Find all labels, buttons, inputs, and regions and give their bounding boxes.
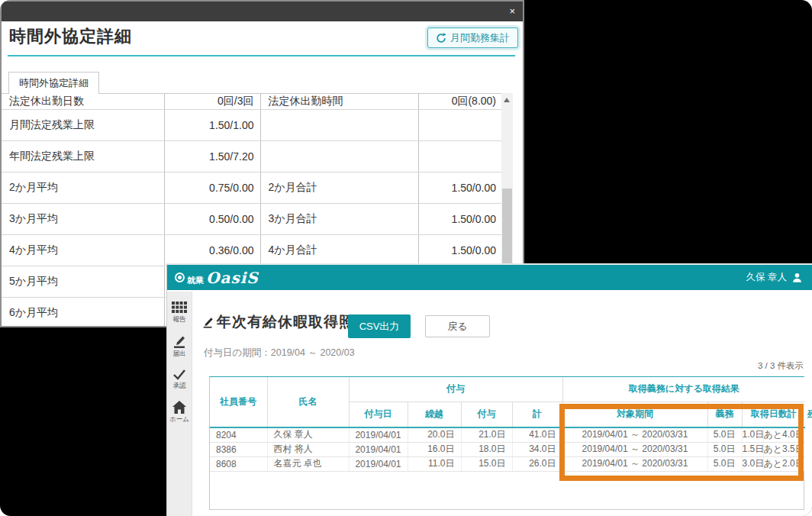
page-title: 年次有給休暇取得照会 xyxy=(217,312,369,332)
table-row[interactable]: 8608 名嘉元 卓也 2019/04/01 11.0日 15.0日 26.0日… xyxy=(210,456,805,471)
metric-value: 0回/3回 xyxy=(164,94,260,109)
remaining-cell: あと3.5日 xyxy=(763,442,805,456)
total-cell: 41.0日 xyxy=(512,427,562,442)
metric-label: 法定休出勤日数 xyxy=(2,94,164,109)
metric-label: 3か月平均 xyxy=(2,203,164,234)
metric-value: 1.50/0.00 xyxy=(418,234,502,266)
pencil-icon xyxy=(172,334,186,348)
remaining-cell: あと4.0日 xyxy=(763,427,805,442)
col-group-grant: 付与 xyxy=(349,377,562,402)
carryover-cell: 11.0日 xyxy=(408,456,461,471)
taken-cell: 1.0日 xyxy=(742,427,763,442)
metric-label: 4か月平均 xyxy=(2,234,164,266)
check-icon xyxy=(172,369,186,380)
metric-value: 0.36/0.00 xyxy=(164,234,260,266)
taken-cell: 1.5日 xyxy=(742,442,763,456)
grid-icon xyxy=(172,302,187,314)
metric-value: 1.50/0.00 xyxy=(418,172,502,203)
csv-export-button[interactable]: CSV出力 xyxy=(348,314,411,338)
col-header-period: 対象期間 xyxy=(562,402,707,427)
clipped-column-fragment: 残 xyxy=(807,408,812,421)
emp-no-cell: 8608 xyxy=(210,456,267,471)
app-logo[interactable]: 就業 OasiS xyxy=(175,269,259,287)
duty-cell: 5.0日 xyxy=(707,442,742,456)
monthly-summary-button[interactable]: 月間勤務集計 xyxy=(427,27,518,48)
app-header: 就業 OasiS 久保 章人 xyxy=(167,265,812,290)
grant-date-cell: 2019/04/01 xyxy=(349,456,408,471)
total-cell: 26.0日 xyxy=(512,456,562,471)
sidebar-item-label: 届出 xyxy=(173,350,186,359)
table-row: 月間法定残業上限 1.50/1.00 xyxy=(2,109,502,140)
col-header-name: 氏名 xyxy=(267,377,349,427)
metric-value xyxy=(418,109,502,140)
grant-date-cell: 2019/04/01 xyxy=(349,442,408,456)
divider xyxy=(8,55,515,56)
emp-no-cell: 8204 xyxy=(210,427,267,442)
metric-value: 0.50/0.00 xyxy=(164,203,260,234)
page-title: 時間外協定詳細 xyxy=(9,25,132,48)
sidebar-item-report[interactable]: 報告 xyxy=(172,302,187,324)
col-header-granted: 付与 xyxy=(461,402,512,427)
logo-text: OasiS xyxy=(206,269,259,287)
sidebar-item-label: ホーム xyxy=(169,415,189,424)
table-row: 年間法定残業上限 1.50/7.20 xyxy=(2,140,502,172)
metric-value: 1.50/0.00 xyxy=(418,203,502,234)
metric-label xyxy=(260,140,418,172)
user-name: 久保 章人 xyxy=(746,271,787,284)
granted-cell: 15.0日 xyxy=(461,456,512,471)
metric-label: 年間法定残業上限 xyxy=(2,140,164,172)
monthly-summary-label: 月間勤務集計 xyxy=(450,31,510,45)
table-row[interactable]: 8204 久保 章人 2019/04/01 20.0日 21.0日 41.0日 … xyxy=(210,427,805,442)
metric-label: 4か月合計 xyxy=(260,234,418,266)
metric-value: 0回(8.00) xyxy=(418,94,502,109)
carryover-cell: 16.0日 xyxy=(408,442,461,456)
name-cell: 久保 章人 xyxy=(267,427,349,442)
col-header-emp-no: 社員番号 xyxy=(210,377,267,427)
col-header-carryover: 繰越 xyxy=(408,402,461,427)
close-icon[interactable]: × xyxy=(509,5,515,18)
main-content: 年次有給休暇取得照会 CSV出力 戻る 付与日の期間：2019/04 ～ 202… xyxy=(192,292,812,516)
metric-value: 0.75/0.00 xyxy=(164,172,260,203)
user-menu[interactable]: 久保 章人 xyxy=(746,271,803,284)
table-row: 2か月平均 0.75/0.00 2か月合計 1.50/0.00 xyxy=(2,172,502,203)
oasis-window: 就業 OasiS 久保 章人 報告 xyxy=(166,263,812,516)
sidebar-item-approve[interactable]: 承認 xyxy=(172,369,186,391)
metric-label: 5か月平均 xyxy=(2,266,164,297)
carryover-cell: 20.0日 xyxy=(408,427,461,442)
granted-cell: 21.0日 xyxy=(461,427,512,442)
metric-label: 3か月合計 xyxy=(260,203,418,234)
metric-label: 法定休出勤時間 xyxy=(260,94,418,109)
table-row: 3か月平均 0.50/0.00 3か月合計 1.50/0.00 xyxy=(2,203,502,234)
metric-label xyxy=(260,109,418,140)
back-button[interactable]: 戻る xyxy=(425,315,490,337)
metric-value xyxy=(418,140,502,172)
table-row: 法定休出勤日数 0回/3回 法定休出勤時間 0回(8.00) xyxy=(2,94,502,109)
scroll-up-icon[interactable] xyxy=(504,98,510,102)
leave-table-container: 社員番号 氏名 付与 取得義務に対する取得結果 付与日 繰越 付与 計 対象期間… xyxy=(209,376,804,510)
metric-value: 1.50/1.00 xyxy=(164,109,260,140)
remaining-cell: あと2.0日 xyxy=(763,456,805,471)
page-title-row: 年次有給休暇取得照会 xyxy=(202,312,369,332)
sidebar-item-home[interactable]: ホーム xyxy=(169,401,189,424)
taken-cell: 3.0日 xyxy=(742,456,763,471)
col-header-grant-date: 付与日 xyxy=(349,402,408,427)
sidebar-item-label: 承認 xyxy=(173,382,186,391)
col-header-duty: 義務 xyxy=(707,402,742,427)
col-group-result: 取得義務に対する取得結果 xyxy=(562,377,805,402)
sidebar-item-submit[interactable]: 届出 xyxy=(172,334,186,359)
pencil-icon xyxy=(202,317,214,328)
name-cell: 西村 将人 xyxy=(267,442,349,456)
leave-table: 社員番号 氏名 付与 取得義務に対する取得結果 付与日 繰越 付与 計 対象期間… xyxy=(210,377,805,472)
grant-period-label: 付与日の期間：2019/04 ～ 2020/03 xyxy=(204,347,355,360)
person-icon xyxy=(791,272,803,283)
tab-overtime-detail[interactable]: 時間外協定詳細 xyxy=(8,72,99,94)
table-row[interactable]: 8386 西村 将人 2019/04/01 16.0日 18.0日 34.0日 … xyxy=(210,442,805,456)
grant-date-cell: 2019/04/01 xyxy=(349,427,408,442)
home-icon xyxy=(172,401,186,414)
metric-label: 6か月平均 xyxy=(2,297,164,326)
metric-value: 1.50/7.20 xyxy=(164,140,260,172)
window-titlebar[interactable]: × xyxy=(2,2,523,21)
screenshot-stage: × 時間外協定詳細 月間勤務集計 時間外協定詳細 法定休出勤日数 0回/3回 法… xyxy=(0,0,812,516)
refresh-icon xyxy=(436,33,446,44)
result-count-label: 3 / 3 件表示 xyxy=(758,360,804,372)
